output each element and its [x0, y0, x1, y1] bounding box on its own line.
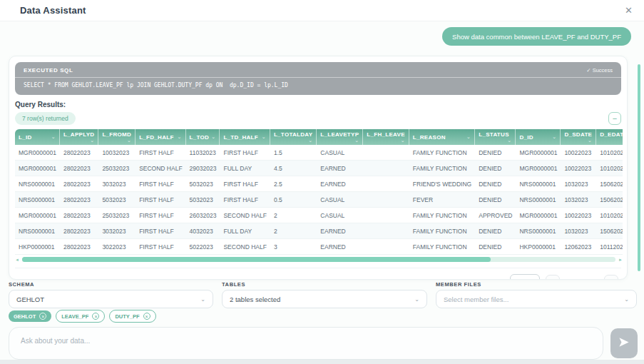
sort-caret-icon: ⌄ [127, 138, 131, 143]
table-cell: FIRST HALF [136, 223, 185, 239]
table-cell: 28022023 [60, 161, 98, 176]
column-header-L_REASON[interactable]: L_REASON⌄ [409, 129, 475, 145]
table-cell: 10022023 [561, 208, 596, 223]
vertical-scrollbar[interactable] [638, 64, 640, 271]
scroll-left-icon[interactable]: ◄ [15, 258, 19, 262]
tag-GEHLOT: GEHLOT× [9, 310, 51, 322]
column-header-D_ID[interactable]: D_ID⌄ [516, 129, 561, 145]
table-cell: 5022023 [186, 239, 220, 255]
table-row[interactable]: NRS0000001280220233032023FIRST HALF50320… [15, 176, 623, 192]
table-cell: DENIED [475, 192, 516, 208]
remove-tag-icon[interactable]: × [39, 313, 46, 320]
dialog-bottom-strip [0, 360, 644, 364]
table-row[interactable]: MGR00000012802202325032023SECOND HALF290… [15, 161, 623, 176]
results-table: L_ID⌄L_APPLYD⌄L_FROMD⌄L_FD_HALF⌄L_TOD⌄L_… [15, 129, 623, 255]
horizontal-scroll-track[interactable] [22, 257, 615, 262]
table-cell: EARNED [317, 161, 363, 176]
table-row[interactable]: MGR00000012802202325032023FIRST HALF2603… [15, 208, 623, 223]
collapse-results-button[interactable]: − [608, 112, 621, 125]
table-cell: FIRST HALF [136, 192, 185, 208]
column-header-L_TD_HALF[interactable]: L_TD_HALF⌄ [220, 129, 270, 145]
column-header-L_FD_HALF[interactable]: L_FD_HALF⌄ [136, 129, 185, 145]
close-icon[interactable]: ✕ [625, 6, 633, 15]
column-header-label: D_ID [519, 134, 533, 141]
column-header-L_TOTALDAY[interactable]: L_TOTALDAY⌄ [270, 129, 317, 145]
table-cell: 0.5 [270, 192, 317, 208]
chevron-down-icon: ⌄ [624, 296, 629, 303]
table-cell: 4.5 [270, 161, 317, 176]
tag-DUTY_PF: DUTY_PF× [109, 310, 155, 323]
scroll-right-icon[interactable]: ► [618, 258, 623, 262]
rows-per-page-value: 10 [518, 278, 525, 280]
table-cell: SECOND HALF [136, 161, 185, 176]
table-cell: FAMILY FUNCTION [409, 161, 475, 176]
table-cell: MGR0000001 [516, 161, 561, 176]
send-button[interactable] [610, 328, 638, 358]
table-cell: FIRST HALF [136, 239, 185, 255]
schema-select[interactable]: GEHLOT ⌄ [9, 290, 213, 308]
table-row[interactable]: HKP0000001280220233022023FIRST HALF50220… [15, 239, 623, 255]
column-header-L_ID[interactable]: L_ID⌄ [15, 129, 60, 145]
tag-label: DUTY_PF [115, 313, 139, 320]
remove-tag-icon[interactable]: × [92, 313, 99, 320]
table-row[interactable]: NRS0000001280220233032023FIRST HALF40320… [15, 223, 623, 239]
column-header-L_LEAVETYP[interactable]: L_LEAVETYP⌄ [317, 129, 363, 145]
column-header-label: L_TOTALDAY [274, 131, 312, 138]
column-header-L_APPLYD[interactable]: L_APPLYD⌄ [60, 129, 98, 145]
column-header-label: D_EDATE [600, 131, 623, 138]
horizontal-scroll-thumb[interactable] [22, 257, 491, 262]
sort-caret-icon: ⌄ [308, 138, 312, 143]
column-header-label: L_TD_HALF [223, 134, 257, 141]
column-header-label: L_STATUS [479, 131, 509, 138]
table-cell: DENIED [475, 161, 516, 176]
remove-tag-icon[interactable]: × [143, 313, 150, 320]
table-row[interactable]: NRS0000001280220235032023FIRST HALF50320… [15, 192, 623, 208]
sort-caret-icon: ⌄ [211, 134, 215, 140]
table-footer: Showing 1 to 7 of 7 entries Rows per pag… [15, 268, 621, 280]
rows-per-page-select[interactable]: 10 ⌄ [510, 274, 540, 280]
previous-page-button[interactable]: ‹ [546, 275, 560, 280]
column-header-D_EDATE[interactable]: D_EDATE⌄ [596, 129, 623, 145]
table-cell: FULL DAY [220, 223, 270, 239]
sql-query-text: SELECT * FROM GEHLOT.LEAVE_PF lp JOIN GE… [15, 78, 621, 95]
column-header-L_STATUS[interactable]: L_STATUS⌄ [475, 129, 516, 145]
column-header-D_SDATE[interactable]: D_SDATE⌄ [561, 129, 596, 145]
table-cell: FIRST HALF [220, 192, 270, 208]
table-cell: FIRST HALF [220, 176, 270, 192]
table-cell: 28022023 [60, 239, 98, 255]
next-page-button[interactable]: › [604, 275, 618, 280]
column-header-label: L_FD_HALF [139, 134, 173, 141]
table-row[interactable]: MGR00000012802202310032023FIRST HALF1103… [15, 145, 623, 161]
table-cell: MGR0000001 [516, 145, 561, 161]
tables-label: TABLES [222, 281, 427, 288]
member-files-select[interactable]: Select member files... ⌄ [436, 290, 637, 308]
table-cell: FIRST HALF [136, 208, 185, 223]
page-indicator: Page 1 of 1 [566, 278, 598, 280]
tables-select[interactable]: 2 tables selected ⌄ [222, 290, 427, 308]
table-cell: 1032023 [561, 223, 596, 239]
column-header-L_FROMD[interactable]: L_FROMD⌄ [98, 129, 136, 145]
table-cell: NRS0000001 [516, 176, 561, 192]
sort-caret-icon: ⌄ [552, 134, 556, 140]
user-chat-message: Show data common between LEAVE_PF and DU… [442, 27, 631, 46]
table-cell: CASUAL [317, 192, 363, 208]
column-header-L_FH_LEAVE[interactable]: L_FH_LEAVE⌄ [363, 129, 409, 145]
table-cell: 5032023 [186, 176, 220, 192]
results-meta-row: 7 row(s) returned − [15, 112, 621, 125]
rows-per-page-label: Rows per page: [459, 278, 504, 280]
table-cell [363, 192, 409, 208]
column-header-L_TOD[interactable]: L_TOD⌄ [186, 129, 220, 145]
table-cell: NRS0000001 [15, 192, 60, 208]
table-cell: 10022023 [561, 145, 596, 161]
ask-data-input[interactable] [9, 327, 603, 360]
table-cell: DENIED [475, 239, 516, 255]
table-cell: DENIED [475, 176, 516, 192]
schema-field-group: SCHEMA GEHLOT ⌄ [9, 281, 213, 308]
table-cell [363, 208, 409, 223]
table-cell: 3022023 [98, 239, 136, 255]
table-cell: 15062023 [596, 223, 623, 239]
column-header-label: L_ID [19, 134, 32, 141]
table-cell [363, 239, 409, 255]
table-cell: 29032023 [186, 161, 220, 176]
executed-sql-header: EXECUTED SQL ✓ Success [15, 62, 621, 78]
